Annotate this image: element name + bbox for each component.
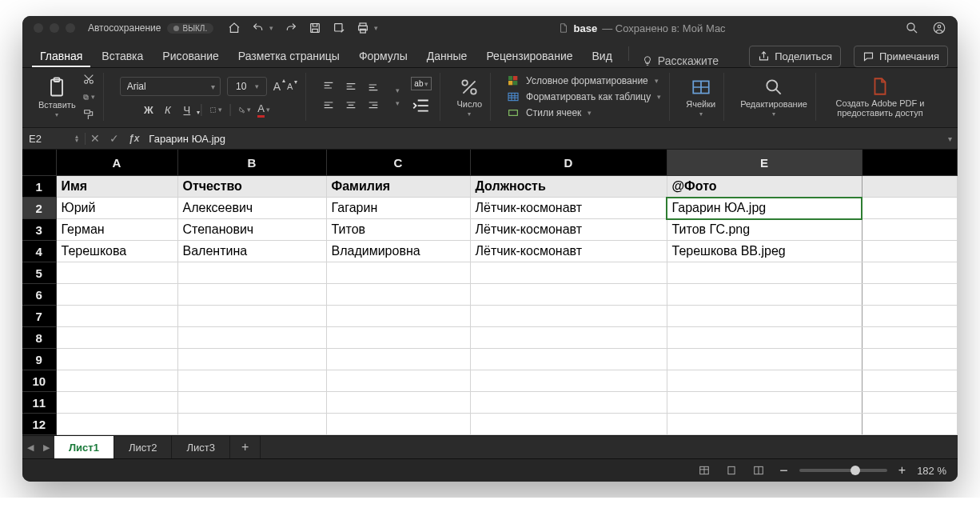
orientation-button[interactable]: ▾ [394, 86, 400, 94]
align-center-button[interactable] [345, 99, 357, 112]
cell-B1[interactable]: Отчество [177, 176, 326, 198]
cell-extra-2[interactable] [862, 198, 958, 219]
sheet-nav-next[interactable]: ▶ [38, 442, 54, 453]
ribbon-tab-3[interactable]: Разметка страницы [230, 45, 348, 67]
redo-icon[interactable] [285, 22, 297, 34]
cell-E11[interactable] [667, 392, 862, 414]
cell-B11[interactable] [177, 392, 326, 414]
cell-C4[interactable]: Владимировна [326, 241, 470, 262]
cell-extra-10[interactable] [862, 370, 958, 392]
sheet-nav-prev[interactable]: ◀ [22, 442, 38, 453]
ribbon-tab-6[interactable]: Рецензирование [478, 45, 580, 67]
row-header-9[interactable]: 9 [22, 349, 56, 370]
cell-extra-11[interactable] [862, 392, 958, 414]
cell-extra-7[interactable] [862, 306, 958, 327]
row-header-4[interactable]: 4 [22, 241, 56, 262]
cell-extra-5[interactable] [862, 262, 958, 284]
cell-D2[interactable]: Лётчик-космонавт [470, 198, 667, 219]
font-color-button[interactable]: A▾ [257, 103, 270, 116]
font-family-input[interactable] [121, 81, 207, 92]
italic-button[interactable]: К [161, 103, 174, 116]
cell-E12[interactable] [667, 414, 862, 435]
page-layout-view-button[interactable] [722, 463, 741, 478]
cell-C1[interactable]: Фамилия [326, 176, 470, 198]
minimize-window-button[interactable] [50, 23, 59, 33]
cell-C12[interactable] [326, 414, 470, 435]
ribbon-tab-1[interactable]: Вставка [94, 45, 151, 67]
column-header-C[interactable]: C [326, 150, 470, 176]
cell-C6[interactable] [326, 284, 470, 306]
align-right-button[interactable] [367, 99, 380, 112]
cell-A9[interactable] [56, 349, 177, 370]
cell-extra-4[interactable] [862, 241, 958, 262]
bold-button[interactable]: Ж [142, 103, 155, 116]
row-header-2[interactable]: 2 [22, 198, 56, 219]
cell-A10[interactable] [56, 370, 177, 392]
tell-me-search[interactable]: Расскажите [642, 54, 719, 67]
add-sheet-button[interactable]: + [230, 436, 261, 458]
cell-E2[interactable]: Гарарин ЮА.jpg [667, 198, 862, 219]
cut-icon[interactable] [82, 73, 95, 86]
zoom-slider[interactable] [799, 469, 887, 472]
editing-button[interactable]: Редактирование ▾ [740, 77, 807, 118]
cell-E10[interactable] [667, 370, 862, 392]
cell-C8[interactable] [326, 327, 470, 349]
autosave-toggle[interactable]: ВЫКЛ. [167, 23, 213, 34]
cell-A3[interactable]: Герман [56, 219, 177, 241]
name-box[interactable]: E2 ▴▾ [22, 133, 86, 145]
cell-D4[interactable]: Лётчик-космонавт [470, 241, 667, 262]
column-header-B[interactable]: B [177, 150, 326, 176]
save-as-icon[interactable] [333, 22, 345, 34]
search-icon[interactable] [905, 21, 919, 35]
column-header-A[interactable]: A [56, 150, 177, 176]
wrap-text-button[interactable]: ab▾ [411, 77, 432, 90]
cell-styles-button[interactable]: Стили ячеек▾ [507, 106, 661, 119]
close-window-button[interactable] [34, 23, 43, 33]
cell-C7[interactable] [326, 306, 470, 327]
align-middle-button[interactable] [345, 80, 357, 93]
formula-input[interactable]: Гарарин ЮА.jpg [144, 133, 942, 145]
cell-B6[interactable] [177, 284, 326, 306]
cell-C2[interactable]: Гагарин [326, 198, 470, 219]
cell-D6[interactable] [470, 284, 667, 306]
cell-B5[interactable] [177, 262, 326, 284]
row-header-7[interactable]: 7 [22, 306, 56, 327]
row-header-5[interactable]: 5 [22, 262, 56, 284]
cell-B10[interactable] [177, 370, 326, 392]
format-as-table-button[interactable]: Форматировать как таблицу▾ [507, 90, 661, 103]
row-header-1[interactable]: 1 [22, 176, 56, 198]
cell-extra-8[interactable] [862, 327, 958, 349]
cell-B2[interactable]: Алексеевич [177, 198, 326, 219]
align-bottom-button[interactable] [367, 80, 380, 93]
cell-D8[interactable] [470, 327, 667, 349]
cell-C10[interactable] [326, 370, 470, 392]
confirm-formula-button[interactable]: ✓ [105, 132, 124, 145]
cell-E9[interactable] [667, 349, 862, 370]
comments-button[interactable]: Примечания [854, 46, 948, 67]
adobe-pdf-button[interactable]: Создать Adobe PDF и предоставить доступ [832, 76, 928, 118]
spreadsheet-table[interactable]: ABCDE1ИмяОтчествоФамилияДолжность@Фото2Ю… [22, 150, 958, 435]
ribbon-tab-2[interactable]: Рисование [154, 45, 227, 67]
borders-button[interactable]: ▾ [209, 103, 222, 116]
row-header-10[interactable]: 10 [22, 370, 56, 392]
cell-D12[interactable] [470, 414, 667, 435]
sheet-tab-2[interactable]: Лист3 [172, 436, 229, 458]
column-header-D[interactable]: D [470, 150, 667, 176]
cell-B9[interactable] [177, 349, 326, 370]
save-icon[interactable] [309, 22, 321, 34]
cell-D3[interactable]: Лётчик-космонавт [470, 219, 667, 241]
cell-E5[interactable] [667, 262, 862, 284]
format-painter-icon[interactable] [82, 108, 95, 121]
cell-A5[interactable] [56, 262, 177, 284]
cell-E4[interactable]: Терешкова ВВ.jpeg [667, 241, 862, 262]
font-family-select[interactable]: ▾ [120, 77, 221, 96]
cell-C11[interactable] [326, 392, 470, 414]
zoom-out-button[interactable]: − [776, 462, 791, 479]
cell-C3[interactable]: Титов [326, 219, 470, 241]
cell-A11[interactable] [56, 392, 177, 414]
cell-B12[interactable] [177, 414, 326, 435]
zoom-value[interactable]: 182 % [917, 465, 946, 477]
decrease-font-button[interactable]: A▾ [287, 82, 293, 91]
cell-D5[interactable] [470, 262, 667, 284]
fill-color-button[interactable]: ▾ [238, 103, 251, 116]
